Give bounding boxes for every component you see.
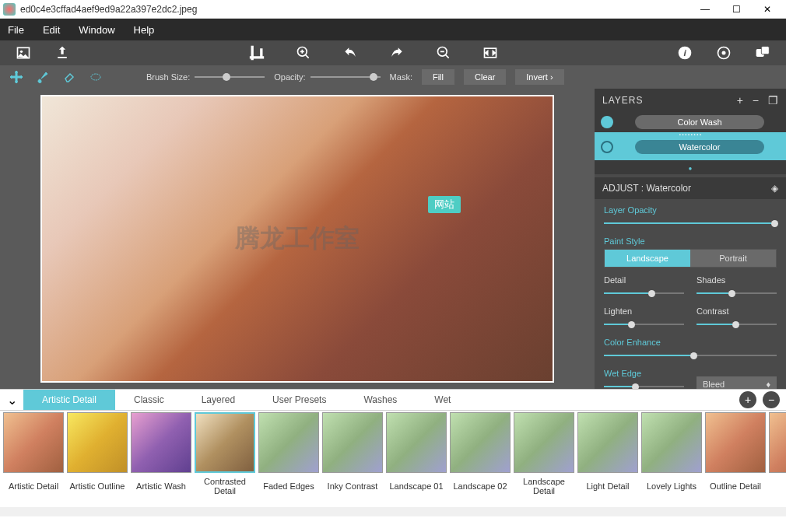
preset-thumbnail[interactable] (322, 412, 383, 473)
layer-name[interactable]: Watercolor (635, 140, 764, 154)
preset-thumbnail[interactable] (3, 412, 64, 473)
preset-item[interactable]: Faded Edges (258, 412, 319, 507)
svg-point-1 (20, 51, 23, 53)
tab-washes[interactable]: Washes (345, 390, 416, 410)
contrast-label: Contrast (697, 306, 777, 316)
undo-icon[interactable] (342, 45, 358, 61)
contrast-slider[interactable] (697, 319, 777, 330)
layer-opacity-slider[interactable] (604, 218, 777, 229)
adjust-reset-icon[interactable]: ◈ (771, 183, 778, 194)
invert-button[interactable]: Invert › (515, 69, 563, 85)
adjust-title: ADJUST : Watercolor (602, 183, 691, 194)
menu-window[interactable]: Window (79, 24, 114, 36)
shades-slider[interactable] (697, 288, 777, 299)
dice-icon[interactable] (755, 45, 770, 61)
tab-wet[interactable]: Wet (416, 390, 469, 410)
preset-item[interactable]: Ov (769, 412, 786, 507)
layer-item-color-wash[interactable]: Color Wash (595, 112, 786, 132)
lighten-slider[interactable] (604, 319, 684, 330)
color-enhance-slider[interactable] (604, 350, 777, 361)
move-tool-icon[interactable] (8, 68, 25, 86)
preset-thumbnail[interactable] (514, 412, 574, 473)
tabs-chevron-icon[interactable]: ⌄ (0, 393, 23, 408)
add-layer-icon[interactable]: + (737, 94, 743, 107)
tab-user-presets[interactable]: User Presets (254, 390, 345, 410)
export-icon[interactable] (54, 45, 70, 61)
fill-button[interactable]: Fill (422, 69, 454, 85)
preset-item[interactable]: Landscape Detail (514, 412, 574, 507)
menu-file[interactable]: File (8, 24, 24, 36)
preset-strip[interactable]: Artistic DetailArtistic OutlineArtistic … (0, 411, 786, 507)
tab-layered[interactable]: Layered (183, 390, 254, 410)
layer-visibility-icon[interactable] (601, 116, 613, 128)
preset-zoom-out-icon[interactable]: − (763, 391, 780, 408)
preset-item[interactable]: Artistic Outline (67, 412, 128, 507)
ellipse-tool-icon[interactable] (87, 68, 104, 86)
horizontal-scrollbar[interactable] (0, 507, 786, 516)
portrait-button[interactable]: Portrait (690, 250, 776, 267)
preset-item[interactable]: Outline Detail (705, 412, 766, 507)
preset-item[interactable]: Inky Contrast (322, 412, 383, 507)
wet-edge-slider[interactable] (604, 381, 684, 389)
brush-tool-icon[interactable] (34, 68, 51, 86)
preset-item[interactable]: Light Detail (577, 412, 638, 507)
clear-button[interactable]: Clear (464, 69, 506, 85)
remove-layer-icon[interactable]: − (753, 94, 759, 107)
brush-size-slider[interactable] (195, 72, 265, 82)
preset-thumbnail[interactable] (705, 412, 766, 473)
preset-thumbnail[interactable] (131, 412, 191, 473)
preset-thumbnail[interactable] (195, 412, 255, 473)
preset-item[interactable]: Landscape 01 (386, 412, 447, 507)
bleed-dropdown[interactable]: Bleed♦ (697, 376, 777, 389)
preset-thumbnail[interactable] (67, 412, 128, 473)
info-icon[interactable]: i (677, 45, 693, 61)
preset-item[interactable]: Artistic Wash (131, 412, 191, 507)
menu-edit[interactable]: Edit (43, 24, 60, 36)
preset-item[interactable]: Contrasted Detail (195, 412, 255, 507)
preset-item[interactable]: Lovely Lights (641, 412, 702, 507)
preset-label: Landscape 02 (453, 476, 507, 496)
canvas-area[interactable]: 腾龙工作室 网站 (0, 89, 595, 389)
preset-thumbnail[interactable] (386, 412, 447, 473)
watermark-badge: 网站 (428, 196, 461, 213)
preset-thumbnail[interactable] (769, 412, 786, 473)
layer-item-watercolor[interactable]: Watercolor (595, 137, 786, 157)
main-toolbar: i (0, 40, 786, 65)
zoom-in-icon[interactable] (296, 45, 311, 61)
preset-thumbnail[interactable] (450, 412, 511, 473)
tab-classic[interactable]: Classic (115, 390, 183, 410)
preset-thumbnail[interactable] (641, 412, 702, 473)
preset-item[interactable]: Landscape 02 (450, 412, 511, 507)
settings-icon[interactable] (716, 45, 732, 61)
right-panel: LAYERS + − ❐ Color Wash • • • • • • • • … (595, 89, 786, 389)
duplicate-layer-icon[interactable]: ❐ (768, 94, 778, 107)
zoom-out-icon[interactable] (436, 45, 451, 61)
opacity-slider[interactable] (311, 72, 381, 82)
crop-icon[interactable] (249, 45, 265, 61)
preset-tabs: ⌄ Artistic Detail Classic Layered User P… (0, 389, 786, 411)
close-button[interactable]: ✕ (752, 1, 783, 18)
layer-name[interactable]: Color Wash (635, 115, 764, 129)
preset-label: Artistic Wash (136, 476, 186, 496)
canvas[interactable]: 腾龙工作室 网站 (40, 95, 554, 383)
menu-help[interactable]: Help (134, 24, 155, 36)
preset-item[interactable]: Artistic Detail (3, 412, 64, 507)
preset-thumbnail[interactable] (577, 412, 638, 473)
app-icon (3, 3, 16, 16)
fit-icon[interactable] (482, 45, 498, 61)
landscape-button[interactable]: Landscape (605, 250, 690, 267)
eraser-tool-icon[interactable] (61, 68, 78, 86)
redo-icon[interactable] (389, 45, 405, 61)
adjust-header: ADJUST : Watercolor ◈ (595, 177, 786, 199)
maximize-button[interactable]: ☐ (721, 1, 752, 18)
menu-bar: File Edit Window Help (0, 19, 786, 40)
paint-style-label: Paint Style (604, 236, 777, 246)
preset-thumbnail[interactable] (258, 412, 319, 473)
preset-label: Landscape 01 (389, 476, 443, 496)
minimize-button[interactable]: — (690, 1, 721, 18)
detail-slider[interactable] (604, 288, 684, 299)
image-icon[interactable] (16, 45, 31, 61)
tab-artistic-detail[interactable]: Artistic Detail (23, 390, 115, 410)
layer-visibility-icon[interactable] (601, 141, 613, 153)
preset-zoom-in-icon[interactable]: + (739, 391, 756, 408)
